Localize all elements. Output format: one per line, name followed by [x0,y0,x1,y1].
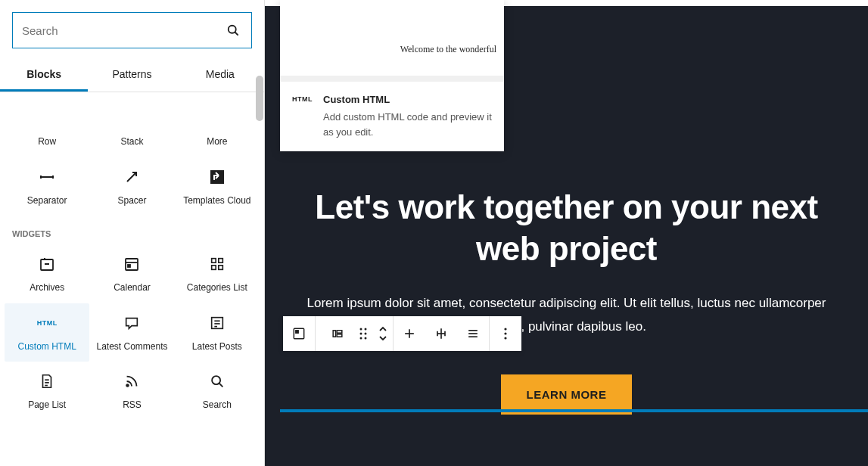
tab-blocks[interactable]: Blocks [0,57,88,92]
svg-line-5 [127,172,136,182]
toolbar-width-button[interactable] [457,316,489,351]
rss-icon [123,372,141,390]
toolbar-more-options-button[interactable] [490,316,521,351]
templates-cloud-icon [208,168,226,186]
inserter-tabs: Blocks Patterns Media [0,57,264,92]
toolbar-drag-handle[interactable] [353,316,373,351]
block-latest-comments[interactable]: Latest Comments [89,303,174,362]
svg-rect-29 [337,334,342,337]
search-box[interactable] [12,12,252,48]
block-latest-comments-label: Latest Comments [96,341,167,353]
comments-icon [123,314,141,332]
calendar-icon [123,255,141,273]
hero-section: Let's work together on your next web pro… [265,186,868,415]
custom-html-icon: HTML [38,314,56,332]
search-container [0,0,264,48]
popover-body: HTML Custom HTML Add custom HTML code an… [280,82,504,151]
block-spacer[interactable]: Spacer [89,157,174,216]
block-templates-cloud-label: Templates Cloud [183,195,250,207]
design-blocks-grid: Row Stack More Separator Spacer [0,92,264,216]
block-page-list-label: Page List [28,399,66,412]
svg-point-23 [212,377,220,385]
hero-title[interactable]: Let's work together on your next web pro… [295,186,838,269]
svg-rect-7 [41,259,53,270]
categories-icon [208,255,226,273]
block-calendar-label: Calendar [114,282,151,294]
block-custom-html[interactable]: HTML Custom HTML [5,303,89,362]
block-categories-list[interactable]: Categories List [175,244,260,303]
popover-preview-text: Welcome to the wonderful [400,44,496,55]
block-spacer-label: Spacer [117,195,146,207]
archives-icon [38,255,56,273]
block-custom-html-label: Custom HTML [17,341,76,353]
block-rss[interactable]: RSS [89,362,174,421]
svg-point-35 [365,337,367,340]
svg-rect-13 [211,266,216,270]
popover-preview-content: Welcome to the wonderful [280,23,504,76]
toolbar-justify-button[interactable] [425,316,457,351]
svg-point-32 [360,333,362,335]
popover-description: Add custom HTML code and preview it as y… [323,110,492,139]
svg-point-47 [504,337,506,339]
svg-point-34 [360,337,362,340]
toolbar-align-button[interactable] [394,316,425,351]
svg-rect-28 [337,331,342,333]
scrollbar-thumb[interactable] [256,92,263,121]
search-block-icon [208,372,226,390]
block-row-label: Row [38,136,56,148]
block-stack-label: Stack [120,136,143,148]
tab-patterns[interactable]: Patterns [88,57,176,92]
block-separator-label: Separator [27,195,67,207]
block-description-popover: Welcome to the wonderful HTML Custom HTM… [280,0,504,151]
svg-point-33 [365,333,367,335]
widgets-section-heading: Widgets [0,216,264,238]
separator-icon [38,168,56,186]
svg-rect-26 [296,331,298,333]
svg-point-31 [365,328,367,331]
search-icon [224,21,242,39]
popover-html-icon: HTML [292,95,313,139]
block-row[interactable]: Row [5,98,89,157]
search-input[interactable] [22,24,224,37]
block-inserter-panel: Blocks Patterns Media Row Stack More [0,0,265,466]
toolbar-move-updown[interactable] [373,316,393,351]
popover-preview-area: Welcome to the wonderful [280,23,504,82]
block-search-label: Search [203,399,232,412]
block-latest-posts[interactable]: Latest Posts [175,303,260,362]
block-latest-posts-label: Latest Posts [192,341,242,353]
svg-rect-14 [219,266,223,270]
block-rss-label: RSS [123,399,142,412]
popover-title: Custom HTML [323,94,492,105]
block-more-label: More [207,136,227,148]
spacer-icon [123,168,141,186]
svg-line-1 [235,33,238,36]
svg-line-24 [219,384,223,387]
blocks-scroll-area[interactable]: Row Stack More Separator Spacer [0,92,264,466]
block-calendar[interactable]: Calendar [89,244,174,303]
svg-point-45 [504,328,506,330]
block-page-list[interactable]: Page List [5,362,89,421]
block-categories-label: Categories List [187,282,247,294]
tab-media[interactable]: Media [176,57,264,92]
svg-rect-10 [128,265,130,267]
svg-rect-11 [211,259,216,263]
block-separator[interactable]: Separator [5,157,89,216]
page-list-icon [38,372,56,390]
toolbar-block-type-button[interactable] [283,316,315,351]
svg-point-30 [360,328,362,331]
block-stack[interactable]: Stack [89,98,174,157]
svg-point-22 [127,385,129,387]
svg-point-0 [229,26,236,33]
latest-posts-icon [208,314,226,332]
block-archives-label: Archives [30,282,64,294]
svg-rect-27 [333,331,335,337]
block-archives[interactable]: Archives [5,244,89,303]
svg-rect-12 [219,259,223,263]
block-more[interactable]: More [175,98,260,157]
toolbar-select-parent-button[interactable] [322,316,353,351]
svg-point-46 [504,332,506,334]
block-toolbar [283,316,521,351]
block-templates-cloud[interactable]: Templates Cloud [175,157,260,216]
block-selection-outline [280,409,868,412]
block-search[interactable]: Search [175,362,260,421]
